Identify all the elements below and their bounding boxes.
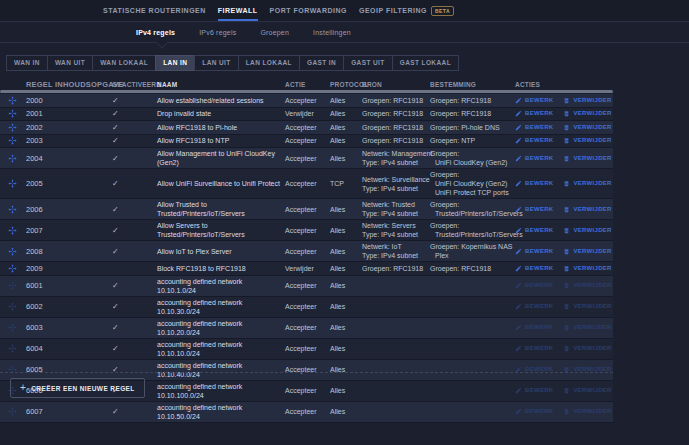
rule-enabled-cell: ✓ xyxy=(108,205,155,214)
rule-actions-cell: BEWERKVERWIJDER xyxy=(512,407,613,416)
check-icon: ✓ xyxy=(112,247,119,256)
trash-icon xyxy=(563,248,570,255)
pencil-icon xyxy=(515,206,522,213)
edit-rule-button[interactable]: BEWERK xyxy=(515,226,553,235)
column-header-bron: BRON xyxy=(360,81,428,88)
tab-lan-in[interactable]: LAN IN xyxy=(155,55,195,71)
delete-rule-button[interactable]: VERWIJDER xyxy=(563,136,611,145)
rule-source: Netwerk: IoTType: IPv4 subnet xyxy=(360,242,428,260)
topnav-item-geoip-filtering[interactable]: GEOIP FILTERINGBETA xyxy=(359,0,454,21)
rule-name: Allow RFC1918 to NTP xyxy=(155,136,283,145)
topnav-item-statische-routeringen[interactable]: STATISCHE ROUTERINGEN xyxy=(103,0,206,21)
delete-rule-button[interactable]: VERWIJDER xyxy=(563,154,611,163)
edit-rule-button[interactable]: BEWERK xyxy=(515,136,553,145)
rules-table-header: REGEL INHOUDSOPGAVEGEACTIVEERDNAAMACTIEP… xyxy=(0,79,613,90)
drag-handle-icon[interactable] xyxy=(0,123,22,132)
topnav-item-label: FIREWALL xyxy=(218,7,258,14)
delete-rule-button[interactable]: VERWIJDER xyxy=(563,96,611,105)
delete-rule-button[interactable]: VERWIJDER xyxy=(563,205,611,214)
rule-source-line: Type: IPv4 subnet xyxy=(362,158,428,167)
rule-index: 2005 xyxy=(22,179,108,188)
table-row: 2007✓Allow Servers to Trusted/Printers/I… xyxy=(0,220,613,241)
drag-handle-icon xyxy=(0,323,22,332)
drag-handle-icon[interactable] xyxy=(0,247,22,256)
delete-rule-button[interactable]: VERWIJDER xyxy=(563,264,611,273)
horizontal-scrollbar[interactable] xyxy=(0,90,613,93)
drag-handle-icon[interactable] xyxy=(0,154,22,163)
delete-rule-button[interactable]: VERWIJDER xyxy=(563,179,611,188)
delete-rule-button[interactable]: VERWIJDER xyxy=(563,123,611,132)
edit-rule-button[interactable]: BEWERK xyxy=(515,96,553,105)
subnav-item-ipv6-regels[interactable]: IPv6 regels xyxy=(199,29,236,36)
drag-handle-icon[interactable] xyxy=(0,205,22,214)
rule-action: Accepteer xyxy=(283,205,328,214)
delete-label: VERWIJDER xyxy=(573,226,611,235)
rule-enabled-cell: ✓ xyxy=(108,96,155,105)
topnav-item-firewall[interactable]: FIREWALL xyxy=(218,0,258,21)
check-icon: ✓ xyxy=(112,123,119,132)
delete-rule-button[interactable]: VERWIJDER xyxy=(563,226,611,235)
rule-destination-line: Groepen: Kopernikus NAS xyxy=(430,242,512,251)
subnav-item-groepen[interactable]: Groepen xyxy=(260,29,289,36)
delete-rule-button: VERWIJDER xyxy=(563,386,611,395)
create-rule-button[interactable]: + CREËER EEN NIEUWE REGEL xyxy=(10,378,145,398)
rule-destination-line: Trusted/Printers/IoT/Servers xyxy=(430,209,512,218)
subnav-item-instellingen[interactable]: Instellingen xyxy=(313,29,351,36)
drag-handle-icon[interactable] xyxy=(0,136,22,145)
drag-handle-icon[interactable] xyxy=(0,264,22,273)
edit-rule-button[interactable]: BEWERK xyxy=(515,154,553,163)
tab-gast-in[interactable]: GAST IN xyxy=(299,55,344,71)
rule-source: Groepen: RFC1918 xyxy=(360,96,428,105)
check-icon: ✓ xyxy=(112,226,119,235)
rule-action: Accepteer xyxy=(283,407,328,416)
tab-gast-uit[interactable]: GAST UIT xyxy=(343,55,393,71)
trash-icon xyxy=(563,345,570,352)
rule-action: Verwijder xyxy=(283,109,328,118)
rule-destination-line: Trusted/Printers/IoT/Servers xyxy=(430,230,512,239)
rule-actions-cell: BEWERKVERWIJDER xyxy=(512,264,613,273)
subnav-item-ipv4-regels[interactable]: IPv4 regels xyxy=(136,29,175,36)
edit-rule-button[interactable]: BEWERK xyxy=(515,123,553,132)
rule-destination-line: UniFi Protect TCP ports xyxy=(430,188,512,197)
table-row: 2004✓Allow Management to UniFi CloudKey … xyxy=(0,148,613,169)
edit-rule-button[interactable]: BEWERK xyxy=(515,264,553,273)
rule-destination-line: Groepen: xyxy=(430,170,512,179)
unifi-firewall-screen: STATISCHE ROUTERINGENFIREWALLPORT FORWAR… xyxy=(0,0,689,445)
tab-wan-in[interactable]: WAN IN xyxy=(6,55,48,71)
drag-handle-icon[interactable] xyxy=(0,109,22,118)
edit-label: BEWERK xyxy=(525,154,553,163)
rule-destination: Groepen: RFC1918 xyxy=(428,96,512,105)
edit-rule-button[interactable]: BEWERK xyxy=(515,109,553,118)
rule-destination-line: Groepen: NTP xyxy=(430,136,512,145)
edit-rule-button[interactable]: BEWERK xyxy=(515,205,553,214)
rule-name: Drop invalid state xyxy=(155,109,283,118)
tab-wan-uit[interactable]: WAN UIT xyxy=(47,55,93,71)
delete-rule-button[interactable]: VERWIJDER xyxy=(563,247,611,256)
drag-handle-icon[interactable] xyxy=(0,226,22,235)
check-icon: ✓ xyxy=(112,407,119,416)
tab-gast-lokaal[interactable]: GAST LOKAAL xyxy=(392,55,459,71)
drag-handle-icon[interactable] xyxy=(0,179,22,188)
rule-enabled-cell: ✓ xyxy=(108,226,155,235)
check-icon: ✓ xyxy=(112,179,119,188)
rule-protocol: Alles xyxy=(328,154,360,163)
pencil-icon xyxy=(515,324,522,331)
rule-index: 6001 xyxy=(22,281,108,290)
rule-name: Allow IoT to Plex Server xyxy=(155,247,283,256)
edit-label: BEWERK xyxy=(525,226,553,235)
rule-actions-cell: BEWERKVERWIJDER xyxy=(512,302,613,311)
pencil-icon xyxy=(515,110,522,117)
rule-source-line: Type: IPv4 subnet xyxy=(362,230,428,239)
tab-wan-lokaal[interactable]: WAN LOKAAL xyxy=(92,55,156,71)
rule-actions-cell: BEWERKVERWIJDER xyxy=(512,247,613,256)
edit-rule-button[interactable]: BEWERK xyxy=(515,179,553,188)
rule-destination-line: Groepen: xyxy=(430,200,512,209)
drag-handle-icon[interactable] xyxy=(0,96,22,105)
edit-label: BEWERK xyxy=(525,136,553,145)
topnav-item-port-forwarding[interactable]: PORT FORWARDING xyxy=(270,0,347,21)
tab-lan-lokaal[interactable]: LAN LOKAAL xyxy=(238,55,300,71)
rule-source-line: Type: IPv4 subnet xyxy=(362,184,428,193)
edit-rule-button[interactable]: BEWERK xyxy=(515,247,553,256)
tab-lan-uit[interactable]: LAN UIT xyxy=(194,55,238,71)
delete-rule-button[interactable]: VERWIJDER xyxy=(563,109,611,118)
